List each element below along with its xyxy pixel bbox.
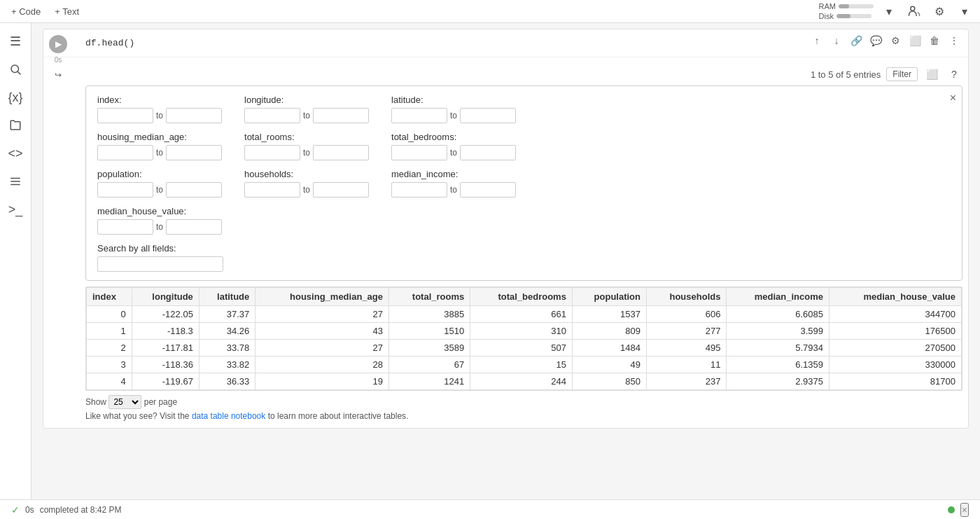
cell-expand-btn[interactable]: ⬜ [906, 32, 923, 49]
dropdown-btn[interactable]: ▾ [879, 1, 899, 21]
sidebar-code-icon[interactable]: <> [3, 141, 28, 166]
scroll-up-btn[interactable]: ↑ [808, 32, 825, 49]
filter-index-from[interactable] [97, 108, 153, 123]
table-cell: 850 [572, 373, 646, 390]
table-row: 4-119.6736.331912412448502372.937581700 [87, 373, 962, 390]
data-table-wrap: index longitude latitude housing_median_… [85, 286, 962, 391]
table-cell: 606 [647, 306, 727, 323]
table-cell: 277 [647, 323, 727, 340]
sidebar-list-icon[interactable] [3, 169, 28, 194]
filter-median-house-value-to[interactable] [166, 219, 222, 235]
info-row: Like what you see? Visit the data table … [85, 411, 962, 421]
col-index: index [87, 288, 132, 306]
cell-toolbar: ↑ ↓ 🔗 💬 ⚙ ⬜ 🗑 ⋮ [808, 32, 962, 49]
disk-label: Disk [819, 11, 834, 21]
table-cell: 36.33 [199, 373, 255, 390]
table-row: 0-122.0537.3727388566115376066.608534470… [87, 306, 962, 323]
help-btn[interactable]: ? [946, 66, 962, 83]
filter-total-rooms: total_rooms: to [244, 132, 369, 160]
col-median-income: median_income [727, 288, 830, 306]
table-cell: -117.81 [132, 340, 199, 357]
filter-search-all-input[interactable] [97, 256, 223, 272]
filter-population-to[interactable] [166, 182, 222, 198]
filter-index: index: to [97, 95, 222, 123]
filter-total-bedrooms-range: to [391, 145, 516, 160]
cell-run-area: ▶ 0s ↪ [49, 35, 67, 83]
run-button[interactable]: ▶ [49, 35, 67, 53]
filter-latitude-to[interactable] [460, 108, 516, 123]
filter-latitude: latitude: to [391, 95, 516, 123]
table-cell: 0 [87, 306, 132, 323]
filter-toggle-button[interactable]: Filter [886, 67, 918, 81]
filter-median-income-to[interactable] [460, 182, 516, 198]
filter-latitude-from[interactable] [391, 108, 447, 123]
info-text2: to learn more about interactive tables. [265, 411, 408, 421]
filter-longitude-from[interactable] [244, 108, 300, 123]
filter-median-income-from[interactable] [391, 182, 447, 198]
status-completed: completed at 8:42 PM [40, 505, 122, 515]
filter-population-from[interactable] [97, 182, 153, 198]
cell-settings-btn[interactable]: ⚙ [887, 32, 904, 49]
link-btn[interactable]: 🔗 [848, 32, 864, 49]
filter-households-from[interactable] [244, 182, 300, 198]
table-cell: 176500 [830, 323, 962, 340]
filter-close-button[interactable]: × [950, 92, 956, 104]
table-cell: 49 [572, 357, 646, 373]
sidebar-variables-icon[interactable]: {x} [3, 85, 28, 110]
filter-population-range: to [97, 182, 222, 198]
ram-disk-info: RAM Disk [819, 1, 874, 21]
filter-housing-median-age-to[interactable] [166, 145, 222, 160]
filter-households-label: households: [244, 169, 369, 179]
add-code-button[interactable]: + Code [6, 4, 46, 19]
code-cell: ↑ ↓ 🔗 💬 ⚙ ⬜ 🗑 ⋮ ▶ 0s ↪ df.head() [43, 29, 969, 429]
data-table-notebook-link[interactable]: data table notebook [192, 411, 265, 421]
cell-export-btn[interactable]: ↪ [50, 67, 66, 83]
cell-more-btn[interactable]: ⋮ [946, 32, 962, 49]
notebook: ↑ ↓ 🔗 💬 ⚙ ⬜ 🗑 ⋮ ▶ 0s ↪ df.head() [31, 23, 980, 499]
filter-index-to[interactable] [166, 108, 222, 123]
filter-longitude-to[interactable] [313, 108, 369, 123]
filter-households-to[interactable] [313, 182, 369, 198]
sidebar-files-icon[interactable] [3, 113, 28, 138]
comment-btn[interactable]: 💬 [867, 32, 884, 49]
table-cell: 67 [388, 357, 470, 373]
filter-median-house-value-from[interactable] [97, 219, 153, 235]
pagination-row: Show 102550100 per page [85, 395, 962, 409]
table-cell: 809 [572, 323, 646, 340]
entries-count: 1 to 5 of 5 entries [811, 69, 881, 80]
sidebar-terminal-icon[interactable]: >_ [3, 197, 28, 222]
per-page-select[interactable]: 102550100 [108, 395, 141, 409]
filter-index-range: to [97, 108, 222, 123]
col-households: households [647, 288, 727, 306]
copy-output-btn[interactable]: ⬜ [923, 66, 940, 83]
chevron-down-icon-btn[interactable]: ▾ [955, 1, 974, 21]
filter-total-rooms-label: total_rooms: [244, 132, 369, 142]
filter-housing-median-age-from[interactable] [97, 145, 153, 160]
filter-median-house-value: median_house_value: to [97, 206, 222, 235]
filter-total-rooms-to[interactable] [313, 145, 369, 160]
top-bar-right: RAM Disk ▾ ⚙ ▾ [819, 1, 974, 21]
table-header-row: index longitude latitude housing_median_… [87, 288, 962, 306]
filter-median-house-value-to-label: to [156, 222, 163, 232]
table-cell: 33.78 [199, 340, 255, 357]
status-close-button[interactable]: × [960, 503, 969, 517]
filter-median-house-value-range: to [97, 219, 222, 235]
cell-time: 0s [55, 56, 62, 64]
cell-delete-btn[interactable]: 🗑 [926, 32, 943, 49]
cell-output: 1 to 5 of 5 entries Filter ⬜ ? × index: [43, 57, 968, 428]
table-cell: 237 [647, 373, 727, 390]
table-cell: 6.1359 [727, 357, 830, 373]
users-icon-btn[interactable] [904, 1, 924, 21]
settings-icon-btn[interactable]: ⚙ [930, 1, 949, 21]
scroll-down-btn[interactable]: ↓ [828, 32, 845, 49]
filter-longitude-label: longitude: [244, 95, 369, 105]
filter-total-bedrooms-to[interactable] [460, 145, 516, 160]
add-text-button[interactable]: + Text [49, 4, 85, 19]
filter-total-bedrooms-label: total_bedrooms: [391, 132, 516, 142]
filter-total-bedrooms-from[interactable] [391, 145, 447, 160]
table-row: 2-117.8133.7827358950714844955.793427050… [87, 340, 962, 357]
table-row: 3-118.3633.8228671549116.1359330000 [87, 357, 962, 373]
filter-total-rooms-from[interactable] [244, 145, 300, 160]
sidebar-menu-icon[interactable]: ☰ [3, 29, 28, 54]
sidebar-search-icon[interactable] [3, 57, 28, 82]
